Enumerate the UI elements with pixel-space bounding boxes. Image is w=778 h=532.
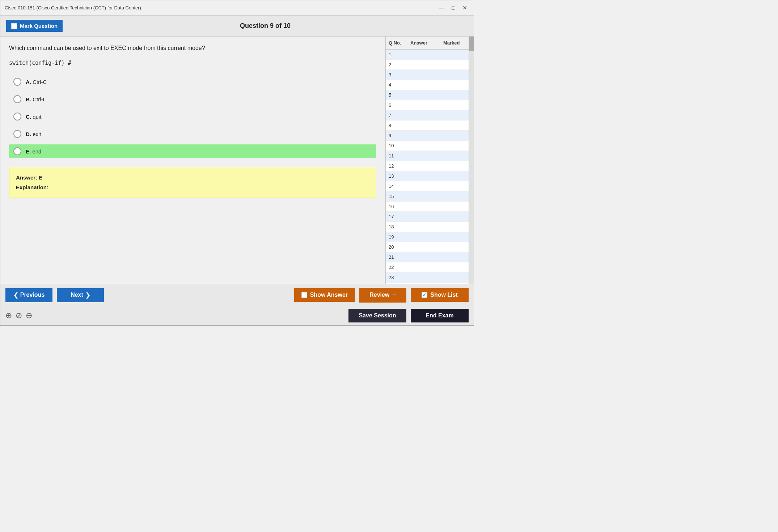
sidebar-row-marked <box>442 244 467 250</box>
option-a[interactable]: A. Ctrl-C <box>9 75 376 89</box>
sidebar-row-marked <box>442 132 467 139</box>
option-b-label: B. Ctrl-L <box>26 96 46 102</box>
sidebar-row[interactable]: 18 <box>386 222 469 232</box>
sidebar-row-answer <box>409 92 442 98</box>
zoom-in-button[interactable]: ⊕ <box>5 311 12 320</box>
show-answer-button[interactable]: Show Answer <box>294 288 355 302</box>
sidebar-row-answer <box>409 122 442 129</box>
sidebar-row[interactable]: 15 <box>386 191 469 202</box>
option-d-label: D. exit <box>26 131 41 137</box>
sidebar-row[interactable]: 22 <box>386 262 469 273</box>
sidebar-row-marked <box>442 223 467 230</box>
sidebar-row[interactable]: 20 <box>386 242 469 252</box>
sidebar-row-num: 21 <box>387 254 409 261</box>
sidebar-row[interactable]: 5 <box>386 90 469 100</box>
sidebar-row-num: 1 <box>387 51 409 58</box>
sidebar-row-answer <box>409 132 442 139</box>
option-d[interactable]: D. exit <box>9 127 376 141</box>
sidebar-row-answer <box>409 61 442 68</box>
review-button[interactable]: Review <box>359 288 406 303</box>
sidebar-row[interactable]: 3 <box>386 70 469 80</box>
sidebar-row-marked <box>442 71 467 78</box>
sidebar-row-marked <box>442 173 467 180</box>
zoom-reset-button[interactable]: ⊘ <box>16 311 22 320</box>
sidebar-row[interactable]: 23 <box>386 273 469 283</box>
sidebar-row[interactable]: 14 <box>386 181 469 191</box>
radio-e[interactable] <box>13 147 21 155</box>
sidebar-row[interactable]: 11 <box>386 151 469 161</box>
radio-b[interactable] <box>13 95 21 103</box>
sidebar-scrollbar-thumb[interactable] <box>469 37 474 51</box>
sidebar-row[interactable]: 7 <box>386 110 469 121</box>
maximize-button[interactable]: □ <box>449 4 457 12</box>
previous-button[interactable]: Previous <box>5 288 52 302</box>
radio-a[interactable] <box>13 78 21 86</box>
zoom-out-button[interactable]: ⊖ <box>26 311 32 320</box>
show-list-checkbox-icon: ✓ <box>422 292 427 298</box>
show-list-button[interactable]: ✓ Show List <box>411 288 469 302</box>
review-label: Review <box>369 292 389 298</box>
sidebar-row-marked <box>442 203 467 210</box>
sidebar-row[interactable]: 4 <box>386 80 469 90</box>
minimize-button[interactable]: — <box>436 4 447 12</box>
question-code: switch(config-if) # <box>9 60 376 66</box>
sidebar-row-num: 5 <box>387 92 409 98</box>
sidebar-row[interactable]: 10 <box>386 141 469 151</box>
save-session-button[interactable]: Save Session <box>348 309 406 322</box>
sidebar-row-answer <box>409 193 442 200</box>
sidebar-row-answer <box>409 203 442 210</box>
sidebar-row-answer <box>409 183 442 190</box>
sidebar-row[interactable]: 2 <box>386 60 469 70</box>
sidebar-row-answer <box>409 254 442 261</box>
sidebar-row-num: 12 <box>387 162 409 169</box>
show-list-label: Show List <box>430 292 458 298</box>
sidebar-row[interactable]: 8 <box>386 121 469 131</box>
sidebar-row-answer <box>409 233 442 240</box>
end-exam-button[interactable]: End Exam <box>411 309 469 322</box>
save-session-label: Save Session <box>359 312 396 318</box>
option-e-label: E. end <box>26 148 41 155</box>
sidebar-row-answer <box>409 223 442 230</box>
sidebar-row-answer <box>409 51 442 58</box>
sidebar-row-marked <box>442 102 467 109</box>
sidebar-row-num: 10 <box>387 142 409 149</box>
sidebar-row-num: 23 <box>387 274 409 281</box>
sidebar-scrollbar[interactable] <box>469 37 474 284</box>
sidebar-row[interactable]: 16 <box>386 202 469 212</box>
question-area: Which command can be used to exit to EXE… <box>0 37 385 284</box>
sidebar-row-answer <box>409 173 442 180</box>
sidebar-row-answer <box>409 264 442 271</box>
sidebar-row[interactable]: 12 <box>386 161 469 171</box>
sidebar-row[interactable]: 6 <box>386 100 469 110</box>
mark-question-button[interactable]: Mark Question <box>6 20 63 32</box>
sidebar-row[interactable]: 13 <box>386 171 469 181</box>
sidebar-row-num: 9 <box>387 132 409 139</box>
sidebar-row[interactable]: 9 <box>386 131 469 141</box>
radio-d[interactable] <box>13 130 21 138</box>
close-button[interactable]: ✕ <box>460 4 469 12</box>
sidebar-row-marked <box>442 142 467 149</box>
option-c[interactable]: C. quit <box>9 110 376 123</box>
sidebar-row-marked <box>442 122 467 129</box>
radio-c[interactable] <box>13 113 21 121</box>
toolbar: Mark Question Question 9 of 10 <box>0 16 474 37</box>
option-b[interactable]: B. Ctrl-L <box>9 92 376 106</box>
sidebar-header-marked: Marked <box>442 39 467 46</box>
sidebar-header: Q No. Answer Marked <box>386 37 469 50</box>
sidebar-row-marked <box>442 61 467 68</box>
sidebar-row-num: 13 <box>387 173 409 180</box>
sidebar-row[interactable]: 19 <box>386 232 469 242</box>
bottom-buttons-row: Previous Next Show Answer Review ✓ Show … <box>0 284 474 306</box>
sidebar-row-answer <box>409 152 442 159</box>
sidebar-row-answer <box>409 244 442 250</box>
sidebar-row-answer <box>409 71 442 78</box>
sidebar-row[interactable]: 1 <box>386 50 469 60</box>
next-chevron-icon <box>85 292 90 299</box>
show-answer-label: Show Answer <box>310 292 348 298</box>
sidebar-row-num: 17 <box>387 213 409 220</box>
option-e[interactable]: E. end <box>9 144 376 158</box>
sidebar-row[interactable]: 21 <box>386 252 469 262</box>
sidebar-row-marked <box>442 183 467 190</box>
sidebar-row[interactable]: 17 <box>386 212 469 222</box>
next-button[interactable]: Next <box>57 288 104 302</box>
